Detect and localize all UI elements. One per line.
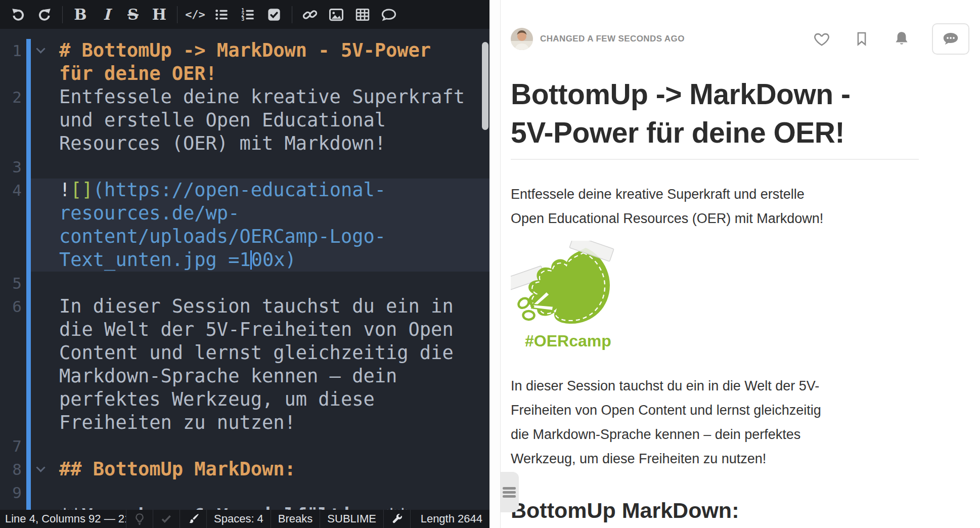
- unordered-list-button[interactable]: [208, 4, 235, 26]
- editor-row[interactable]: 1# BottomUp -> MarkDown - 5V-Power: [0, 39, 489, 62]
- editor-row[interactable]: Content und lernst gleichzeitig die: [0, 341, 489, 365]
- fold-gutter: [31, 434, 50, 458]
- oercamp-flame-graphic: [511, 241, 617, 331]
- keymap-setting[interactable]: SUBLIME: [320, 510, 384, 528]
- insert-table-button[interactable]: [349, 4, 376, 26]
- code-token: !: [59, 179, 70, 201]
- editor-row[interactable]: 4![](https://open-educational-: [0, 179, 489, 202]
- code-token: content/uploads/OERCamp-Logo-: [59, 226, 386, 247]
- code-token: für deine OER!: [59, 63, 217, 84]
- preview-pane: CHANGED A FEW SECONDS AGO: [501, 0, 980, 528]
- editor-row[interactable]: und erstelle Open Educational: [0, 109, 489, 132]
- avatar[interactable]: [511, 28, 533, 50]
- line-number: [0, 109, 26, 132]
- heading-button[interactable]: H: [146, 4, 172, 26]
- line-number: [0, 248, 26, 272]
- code-line: **Verwahren & Vervielfältigen**: [50, 504, 489, 510]
- bookmark-button[interactable]: [853, 30, 870, 48]
- line-number: [0, 132, 26, 155]
- insert-image-button[interactable]: [323, 4, 349, 26]
- code-token: ## BottomUp MarkDown:: [59, 458, 296, 480]
- editor-row[interactable]: resources.de/wp-: [0, 202, 489, 225]
- indent-setting[interactable]: Spaces: 4: [207, 510, 271, 528]
- fold-gutter: [31, 132, 50, 155]
- pane-splitter[interactable]: [489, 0, 501, 528]
- table-icon: [355, 7, 370, 22]
- fold-gutter: [31, 155, 50, 179]
- editor-row[interactable]: Freiheiten zu nutzen!: [0, 411, 489, 434]
- code-line: perfektes Werkzeug, um diese: [50, 388, 489, 411]
- fold-gutter: [31, 295, 50, 318]
- theme-toggle[interactable]: [180, 510, 207, 528]
- linebreak-setting[interactable]: Breaks: [271, 510, 320, 528]
- line-number: 1: [0, 39, 26, 62]
- code-line: Freiheiten zu nutzen!: [50, 411, 489, 434]
- editor-row[interactable]: content/uploads/OERCamp-Logo-: [0, 225, 489, 248]
- ordered-list-icon: 1 2 3: [241, 8, 255, 22]
- code-button[interactable]: </>: [182, 4, 208, 26]
- editor-row[interactable]: die Welt der 5V-Freiheiten von Open: [0, 318, 489, 341]
- editor-row[interactable]: 7: [0, 434, 489, 458]
- preview-slide-handle[interactable]: [501, 472, 519, 512]
- editor-row[interactable]: 8## BottomUp MarkDown:: [0, 458, 489, 481]
- redo-button[interactable]: [31, 4, 58, 26]
- editor-scrollbar-thumb[interactable]: [482, 42, 488, 130]
- strikethrough-button[interactable]: S: [120, 4, 146, 26]
- fold-gutter: [31, 272, 50, 295]
- undo-button[interactable]: [5, 4, 31, 26]
- editor-toolbar: B I S H </> 1 2 3: [0, 0, 489, 29]
- like-button[interactable]: [813, 30, 831, 48]
- svg-text:3: 3: [241, 16, 244, 21]
- editor-row[interactable]: 3: [0, 155, 489, 179]
- authorship-bar: [26, 39, 31, 62]
- authorship-bar: [26, 481, 31, 504]
- editor-row[interactable]: 9: [0, 481, 489, 504]
- bold-button[interactable]: B: [67, 4, 94, 26]
- editor-row[interactable]: Text_unten.jpg =100x): [0, 248, 489, 272]
- image-icon: [329, 7, 344, 22]
- section-heading: BottomUp MarkDown:: [511, 497, 919, 528]
- authorship-bar: [26, 155, 31, 179]
- code-line: In dieser Session tauchst du ein in: [50, 295, 489, 318]
- code-line: [50, 434, 489, 458]
- code-editor[interactable]: 1# BottomUp -> MarkDown - 5V-Powerfür de…: [0, 29, 489, 510]
- code-line: [50, 155, 489, 179]
- comment-bubble-icon: [942, 30, 960, 48]
- editor-row[interactable]: perfektes Werkzeug, um diese: [0, 388, 489, 411]
- editor-row[interactable]: Resources (OER) mit Markdown!: [0, 132, 489, 155]
- code-token: perfektes Werkzeug, um diese: [59, 388, 375, 410]
- comment-button[interactable]: [376, 4, 402, 26]
- insert-link-button[interactable]: [297, 4, 323, 26]
- fold-chevron-icon[interactable]: [31, 39, 50, 62]
- code-token: # BottomUp -> MarkDown - 5V-Power: [59, 39, 431, 61]
- code-token: **Verwahren & Vervielfältigen**: [59, 505, 409, 510]
- code-token: Freiheiten zu nutzen!: [59, 412, 296, 433]
- open-comments-button[interactable]: [932, 23, 969, 55]
- authorship-bar: [26, 504, 31, 510]
- session-paragraph: In dieser Session tauchst du ein in die …: [511, 374, 925, 471]
- subscribe-button[interactable]: [893, 30, 911, 48]
- authorship-bar: [26, 341, 31, 365]
- spellcheck-status: [153, 510, 180, 528]
- line-number: 7: [0, 434, 26, 458]
- code-label: </>: [185, 8, 205, 21]
- editor-row[interactable]: Markdown-Sprache kennen – dein: [0, 365, 489, 388]
- authorship-bar: [26, 272, 31, 295]
- fold-chevron-icon[interactable]: [31, 458, 50, 481]
- editor-row[interactable]: 2Entfessele deine kreative Superkraft: [0, 85, 489, 109]
- preferences-button[interactable]: [384, 510, 411, 528]
- line-number: [0, 62, 26, 85]
- authorship-bar: [26, 62, 31, 85]
- check-list-button[interactable]: [261, 4, 287, 26]
- fold-gutter: [31, 504, 50, 510]
- editor-row[interactable]: 10**Verwahren & Vervielfältigen**: [0, 504, 489, 510]
- fold-gutter: [31, 179, 50, 202]
- code-token: Resources (OER) mit Markdown!: [59, 133, 386, 154]
- hackmd-split-view: B I S H </> 1 2 3: [0, 0, 980, 528]
- ordered-list-button[interactable]: 1 2 3: [235, 4, 261, 26]
- italic-button[interactable]: I: [94, 4, 120, 26]
- editor-pane: B I S H </> 1 2 3: [0, 0, 489, 528]
- editor-row[interactable]: 6In dieser Session tauchst du ein in: [0, 295, 489, 318]
- editor-row[interactable]: für deine OER!: [0, 62, 489, 85]
- editor-row[interactable]: 5: [0, 272, 489, 295]
